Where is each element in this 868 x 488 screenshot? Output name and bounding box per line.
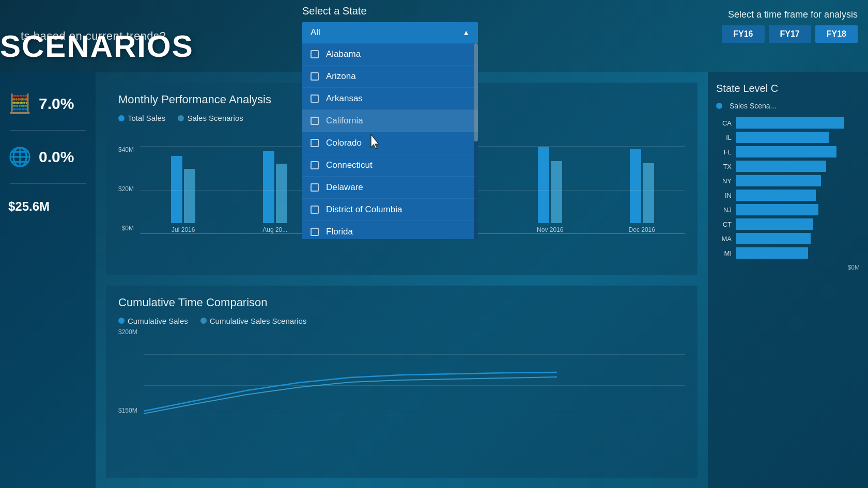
- checkbox-arizona[interactable]: [311, 72, 319, 81]
- calculator-icon: 🧮: [8, 93, 32, 115]
- bar-scenario-nov: [551, 161, 562, 223]
- state-label-ca: CA: [716, 119, 732, 127]
- checkbox-alabama[interactable]: [311, 50, 319, 58]
- state-bar-fl: FL: [716, 146, 860, 158]
- dropdown-item-arizona[interactable]: Arizona: [302, 66, 478, 88]
- state-label-nj: NJ: [716, 206, 732, 214]
- state-label-ct: CT: [716, 221, 732, 228]
- dropdown-item-california[interactable]: California: [302, 110, 478, 132]
- fy18-button[interactable]: FY18: [815, 25, 858, 43]
- bar-group-dec: Dec 2016: [604, 149, 680, 233]
- y-label-40m: $40M: [118, 146, 134, 153]
- dropdown-item-alabama[interactable]: Alabama: [302, 43, 478, 66]
- bar-total-aug: [263, 151, 274, 223]
- dropdown-item-district-of-columbia[interactable]: District of Columbia: [302, 199, 478, 221]
- state-bar-nj: NJ: [716, 204, 860, 215]
- state-label-fl: FL: [716, 148, 732, 156]
- metric-block-3: $25.6M: [0, 194, 96, 219]
- metric-divider-2: [10, 183, 86, 184]
- bar-total-dec: [630, 149, 641, 223]
- timeframe-buttons: FY16 FY17 FY18: [722, 25, 858, 43]
- state-legend-label: Sales Scena...: [730, 102, 776, 110]
- state-label-mi: MI: [716, 249, 732, 257]
- cumulative-chart-title: Cumulative Time Comparison: [118, 296, 685, 309]
- scrollbar-thumb[interactable]: [474, 43, 478, 141]
- checkbox-california[interactable]: [311, 117, 319, 125]
- bar-label-dec: Dec 2016: [629, 226, 655, 233]
- legend-cumulative-scenarios: Cumulative Sales Scenarios: [200, 317, 307, 325]
- cumulative-chart-legend: Cumulative Sales Cumulative Sales Scenar…: [118, 317, 685, 325]
- cumulative-scenarios-dot: [200, 318, 207, 324]
- legend-total-sales: Total Sales: [118, 114, 165, 122]
- state-bar-ny: NY: [716, 175, 860, 186]
- metric-block-2: 🌐 0.0%: [0, 141, 96, 173]
- checkbox-delaware[interactable]: [311, 183, 319, 192]
- cumulative-y-200m: $200M: [118, 328, 137, 336]
- state-bar-ca: CA: [716, 117, 860, 129]
- state-label-in: IN: [716, 192, 732, 199]
- dropdown-list[interactable]: Alabama Arizona Arkansas California Colo…: [302, 43, 478, 239]
- dropdown-label-arizona: Arizona: [326, 71, 356, 82]
- state-bar-fill-il: [736, 132, 829, 143]
- chevron-up-icon: ▲: [462, 28, 470, 37]
- bar-scenario-jul: [184, 169, 195, 223]
- bar-group-aug: Aug 20...: [237, 151, 314, 233]
- select-state-label: Select a State: [302, 5, 478, 17]
- bar-group-jul: Jul 2016: [145, 156, 222, 233]
- dropdown-scrollbar[interactable]: [474, 43, 478, 239]
- state-bar-fill-ma: [736, 233, 811, 244]
- bar-label-aug: Aug 20...: [262, 226, 287, 233]
- dropdown-label-connecticut: Connecticut: [326, 160, 373, 170]
- legend-sales-scenarios: Sales Scenarios: [178, 114, 243, 122]
- cumulative-scenarios-label: Cumulative Sales Scenarios: [210, 317, 307, 325]
- dropdown-item-colorado[interactable]: Colorado: [302, 132, 478, 154]
- bar-total-nov: [538, 147, 549, 223]
- checkbox-colorado[interactable]: [311, 139, 319, 147]
- state-bar-fill-in: [736, 190, 816, 201]
- state-bar-fill-ct: [736, 218, 813, 230]
- total-sales-label: Total Sales: [128, 114, 165, 122]
- state-label-ma: MA: [716, 235, 732, 243]
- cumulative-sales-dot: [118, 318, 125, 324]
- state-bar-fill-ca: [736, 117, 844, 129]
- legend-cumulative-sales: Cumulative Sales: [118, 317, 188, 325]
- state-bar-fill-tx: [736, 161, 826, 172]
- metric-value-1: 7.0%: [39, 95, 74, 113]
- state-bar-ct: CT: [716, 218, 860, 230]
- bar-label-nov: Nov 2016: [537, 226, 563, 233]
- dropdown-label-colorado: Colorado: [326, 138, 362, 148]
- fy16-button[interactable]: FY16: [722, 25, 764, 43]
- state-bars-list: CA IL FL TX NY IN NJ CT: [716, 117, 860, 259]
- bar-set-aug: [263, 151, 287, 223]
- y-axis-labels: $40M $20M $0M: [118, 146, 134, 234]
- fy17-button[interactable]: FY17: [769, 25, 811, 43]
- cumulative-line-svg: [144, 354, 685, 416]
- total-sales-dot: [118, 115, 125, 121]
- select-dropdown-trigger[interactable]: All ▲: [302, 22, 478, 43]
- state-bar-fill-ny: [736, 175, 821, 186]
- dropdown-item-florida[interactable]: Florida: [302, 221, 478, 239]
- state-label-il: IL: [716, 134, 732, 141]
- state-legend: Sales Scena...: [716, 102, 860, 110]
- left-sidebar: 🧮 7.0% 🌐 0.0% $25.6M: [0, 72, 96, 488]
- header-scenarios-label: SCENARIOS: [0, 28, 194, 64]
- select-state-container[interactable]: Select a State All ▲ Alabama Arizona Ark…: [302, 5, 478, 239]
- y-label-20m: $20M: [118, 185, 134, 193]
- state-bar-fill-mi: [736, 247, 808, 259]
- dropdown-item-delaware[interactable]: Delaware: [302, 177, 478, 199]
- dropdown-current-value: All: [311, 27, 320, 38]
- bar-scenario-aug: [276, 164, 287, 223]
- bar-set-nov: [538, 147, 562, 223]
- right-sidebar: State Level C Sales Scena... CA IL FL TX…: [708, 72, 868, 488]
- dropdown-item-connecticut[interactable]: Connecticut: [302, 154, 478, 177]
- checkbox-arkansas[interactable]: [311, 95, 319, 103]
- cumulative-line-area: [144, 354, 685, 416]
- dropdown-item-arkansas[interactable]: Arkansas: [302, 88, 478, 110]
- checkbox-district-of-columbia[interactable]: [311, 206, 319, 214]
- bar-label-jul: Jul 2016: [172, 226, 195, 233]
- checkbox-florida[interactable]: [311, 228, 319, 236]
- dropdown-label-delaware: Delaware: [326, 182, 363, 193]
- bar-set-dec: [630, 149, 654, 223]
- checkbox-connecticut[interactable]: [311, 161, 319, 169]
- metric-value-3: $25.6M: [8, 199, 50, 214]
